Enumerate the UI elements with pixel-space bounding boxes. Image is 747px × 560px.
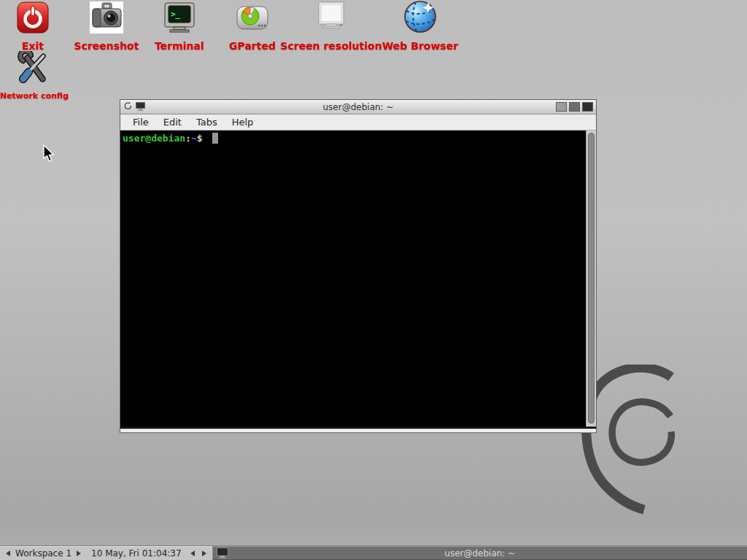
- globe-icon: [403, 0, 437, 36]
- desktop-icon-screenshot[interactable]: Screenshot: [70, 1, 143, 52]
- close-button[interactable]: [582, 102, 593, 112]
- terminal-window-icon: [136, 100, 145, 114]
- maximize-button[interactable]: [569, 102, 580, 112]
- prompt-dollar: $: [197, 133, 209, 144]
- pager-prev-icon[interactable]: [190, 551, 195, 556]
- prompt-user-host: user@debian: [123, 133, 185, 144]
- workspace-label: Workspace 1: [15, 548, 71, 559]
- window-title: user@debian: ~: [120, 102, 596, 112]
- task-button-terminal[interactable]: user@debian: ~: [212, 546, 747, 560]
- menu-file[interactable]: File: [125, 115, 156, 129]
- terminal-scrollbar[interactable]: [586, 131, 596, 427]
- icon-label: Terminal: [155, 40, 204, 52]
- mouse-cursor: [42, 144, 55, 166]
- desktop-icon-gparted[interactable]: GParted: [216, 3, 289, 52]
- svg-text:>_: >_: [171, 9, 181, 19]
- taskbar-clock: 10 May, Fri 01:04:37: [85, 546, 187, 560]
- terminal-screen[interactable]: user@debian:~$: [120, 131, 596, 429]
- minimize-button[interactable]: [556, 102, 567, 112]
- monitor-icon: [314, 1, 348, 36]
- terminal-prompt-line: user@debian:~$: [120, 131, 596, 144]
- task-button-label: user@debian: ~: [444, 548, 515, 559]
- desktop-icon-web-browser[interactable]: Web Browser: [376, 0, 464, 52]
- taskbar-pager: [187, 546, 212, 560]
- icon-label: Screenshot: [74, 40, 139, 52]
- menu-help[interactable]: Help: [225, 115, 261, 129]
- terminal-window: user@debian: ~ File Edit Tabs Help user@…: [120, 99, 597, 433]
- prompt-colon: :: [185, 133, 191, 144]
- desktop: Exit Screenshot >_: [0, 0, 747, 560]
- desktop-icon-exit[interactable]: Exit: [4, 1, 62, 52]
- prompt-path: ~: [191, 133, 197, 144]
- terminal-cursor: [212, 133, 218, 144]
- menu-tabs[interactable]: Tabs: [189, 115, 225, 129]
- menu-edit[interactable]: Edit: [156, 115, 189, 129]
- icon-label: Screen resolution: [280, 40, 382, 52]
- disk-partition-icon: [236, 3, 269, 36]
- taskbar: Workspace 1 10 May, Fri 01:04:37 user@de…: [0, 545, 747, 560]
- tools-icon: [18, 51, 51, 88]
- desktop-icon-terminal[interactable]: >_ Terminal: [143, 1, 216, 52]
- crt-terminal-icon: >_: [163, 1, 196, 36]
- workspace-switcher[interactable]: Workspace 1: [0, 546, 85, 560]
- icon-label: GParted: [229, 40, 276, 52]
- icon-label: Network config: [0, 91, 69, 101]
- icon-label: Web Browser: [382, 40, 458, 52]
- workspace-prev-icon[interactable]: [6, 551, 10, 556]
- camera-icon: [90, 1, 123, 36]
- scrollbar-thumb[interactable]: [588, 133, 595, 424]
- pager-next-icon[interactable]: [202, 551, 206, 556]
- power-icon: [17, 1, 49, 36]
- desktop-icon-screen-resolution[interactable]: Screen resolution: [284, 1, 379, 52]
- window-titlebar[interactable]: user@debian: ~: [120, 100, 596, 114]
- workspace-next-icon[interactable]: [77, 551, 81, 556]
- debian-menu-icon[interactable]: [123, 100, 132, 114]
- desktop-icon-network-config[interactable]: Network config: [1, 51, 68, 101]
- task-window-icon: [217, 548, 229, 560]
- menubar: File Edit Tabs Help: [120, 114, 596, 131]
- icon-label: Exit: [22, 40, 44, 52]
